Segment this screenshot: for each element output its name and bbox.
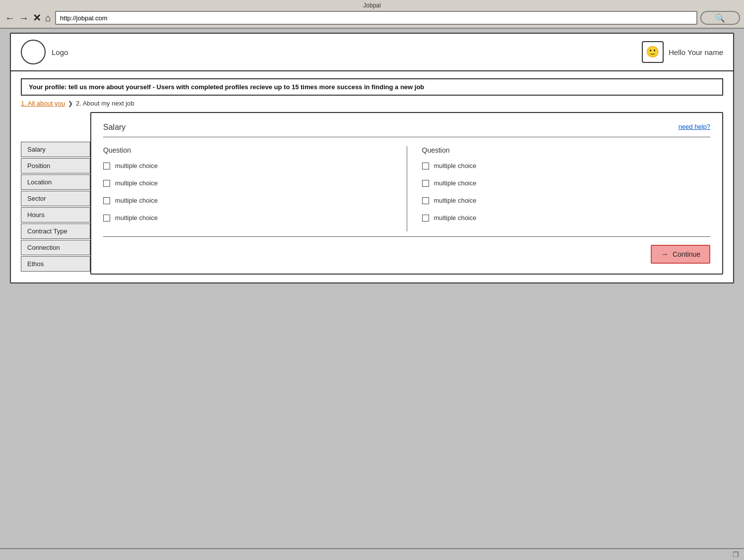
sidebar-item-salary[interactable]: Salary xyxy=(21,142,90,157)
breadcrumb-step2: 2. About my next job xyxy=(76,100,134,107)
nav-buttons: ← → ✕ ⌂ xyxy=(4,13,52,23)
sidebar-item-connection[interactable]: Connection xyxy=(21,240,90,255)
arrow-icon: → xyxy=(661,250,669,259)
home-button[interactable]: ⌂ xyxy=(44,13,52,23)
user-greeting: Hello Your name xyxy=(669,48,723,56)
logo-circle xyxy=(21,40,46,64)
profile-banner: Your profile: tell us more about yoursel… xyxy=(21,78,723,96)
browser-window: Logo 🙂 Hello Your name Your profile: tel… xyxy=(10,33,734,283)
right-column: Question multiple choice multiple choice… xyxy=(407,146,711,231)
status-bar: ❐ xyxy=(0,548,744,560)
sidebar-item-ethos[interactable]: Ethos xyxy=(21,256,90,272)
sidebar-item-hours[interactable]: Hours xyxy=(21,207,90,223)
left-choice-3: multiple choice xyxy=(103,197,392,204)
sidebar-item-position[interactable]: Position xyxy=(21,158,90,173)
left-question-label: Question xyxy=(103,146,392,154)
main-content: Salary Position Location Sector Hours Co… xyxy=(21,112,723,275)
user-area: 🙂 Hello Your name xyxy=(642,41,723,63)
left-choice-label-3: multiple choice xyxy=(115,197,158,204)
right-question-label: Question xyxy=(422,146,711,154)
left-checkbox-2[interactable] xyxy=(103,180,110,187)
left-choice-2: multiple choice xyxy=(103,179,392,187)
need-help-link[interactable]: need help? xyxy=(679,123,710,130)
browser-chrome: Jobpal ← → ✕ ⌂ 🔍 xyxy=(0,0,744,29)
sidebar-item-location[interactable]: Location xyxy=(21,174,90,190)
breadcrumb-step1[interactable]: 1. All about you xyxy=(21,100,65,107)
user-avatar: 🙂 xyxy=(642,41,664,63)
right-checkbox-3[interactable] xyxy=(422,197,429,204)
right-choice-label-2: multiple choice xyxy=(434,179,477,187)
left-checkbox-3[interactable] xyxy=(103,197,110,204)
breadcrumb-separator: ❯ xyxy=(68,100,73,107)
left-choice-label-4: multiple choice xyxy=(115,214,158,222)
address-bar[interactable] xyxy=(55,11,697,25)
right-choice-3: multiple choice xyxy=(422,197,711,204)
right-choice-1: multiple choice xyxy=(422,162,711,169)
right-choice-2: multiple choice xyxy=(422,179,711,187)
breadcrumb: 1. All about you ❯ 2. About my next job xyxy=(21,100,723,107)
right-checkbox-4[interactable] xyxy=(422,215,429,222)
left-choice-1: multiple choice xyxy=(103,162,392,169)
browser-toolbar: ← → ✕ ⌂ 🔍 xyxy=(4,11,740,25)
continue-button-label: Continue xyxy=(673,250,700,258)
left-choice-4: multiple choice xyxy=(103,214,392,222)
right-choice-4: multiple choice xyxy=(422,214,711,222)
questions-grid: Question multiple choice multiple choice… xyxy=(103,146,710,231)
right-checkbox-1[interactable] xyxy=(422,163,429,169)
continue-area: → Continue xyxy=(103,245,710,264)
sidebar-nav: Salary Position Location Sector Hours Co… xyxy=(21,112,90,275)
logo-text: Logo xyxy=(52,48,68,56)
sidebar-item-contract-type[interactable]: Contract Type xyxy=(21,224,90,239)
left-checkbox-1[interactable] xyxy=(103,163,110,169)
content-panel: Salary need help? Question multiple choi… xyxy=(90,112,723,275)
panel-header: Salary need help? xyxy=(103,123,710,132)
right-choice-label-3: multiple choice xyxy=(434,197,477,204)
right-choice-label-1: multiple choice xyxy=(434,162,477,169)
left-choice-label-2: multiple choice xyxy=(115,179,158,187)
continue-button[interactable]: → Continue xyxy=(651,245,710,264)
site-header: Logo 🙂 Hello Your name xyxy=(11,34,733,71)
left-choice-label-1: multiple choice xyxy=(115,162,158,169)
left-checkbox-4[interactable] xyxy=(103,215,110,222)
status-icon: ❐ xyxy=(733,551,739,559)
right-choice-label-4: multiple choice xyxy=(434,214,477,222)
browser-title: Jobpal xyxy=(4,2,740,11)
panel-bottom-divider xyxy=(103,236,710,237)
right-checkbox-2[interactable] xyxy=(422,180,429,187)
left-column: Question multiple choice multiple choice… xyxy=(103,146,407,231)
panel-divider xyxy=(103,137,710,137)
search-button[interactable]: 🔍 xyxy=(700,11,740,25)
profile-banner-text: Your profile: tell us more about yoursel… xyxy=(29,83,424,91)
back-button[interactable]: ← xyxy=(4,13,16,23)
forward-button[interactable]: → xyxy=(18,13,30,23)
sidebar-item-sector[interactable]: Sector xyxy=(21,191,90,206)
logo-area: Logo xyxy=(21,40,68,64)
close-button[interactable]: ✕ xyxy=(32,13,42,23)
panel-title: Salary xyxy=(103,123,125,132)
